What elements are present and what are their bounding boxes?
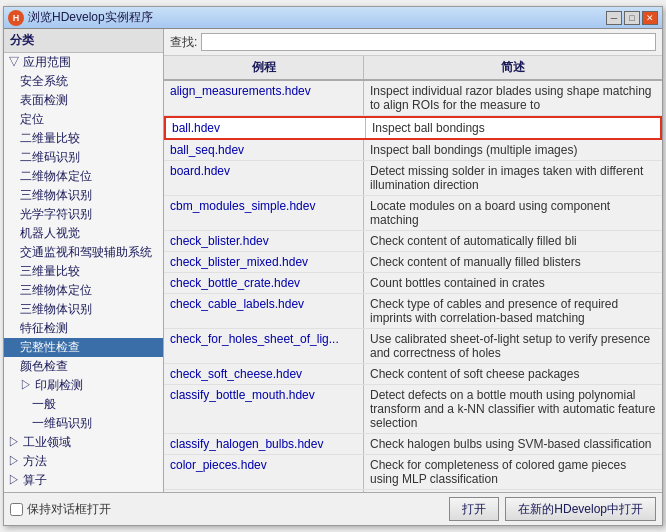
cell-program: cbm_modules_simple.hdev (164, 196, 364, 230)
cell-description: Detect defects on a bottle mouth using p… (364, 385, 662, 433)
table-body[interactable]: align_measurements.hdevInspect individua… (164, 81, 662, 492)
cell-program: align_measurements.hdev (164, 81, 364, 115)
table-row[interactable]: cbm_modules_simple.hdevLocate modules on… (164, 196, 662, 231)
tree-container[interactable]: ▽ 应用范围安全系统表面检测定位二维量比较二维码识别二维物体定位三维物体识别光学… (4, 53, 163, 492)
cell-description: Check content of soft cheese packages (364, 364, 662, 384)
cell-description: Count bottles contained in crates (364, 273, 662, 293)
tree-item[interactable]: 三维物体定位 (4, 281, 163, 300)
table-container: 例程 简述 align_measurements.hdevInspect ind… (164, 56, 662, 492)
cell-description: Use calibrated sheet-of-light setup to v… (364, 329, 662, 363)
cell-description: Check type of cables and presence of req… (364, 294, 662, 328)
cell-description: Check content of automatically filled bl… (364, 231, 662, 251)
table-row[interactable]: check_bottle_crate.hdevCount bottles con… (164, 273, 662, 294)
title-bar-left: H 浏览HDevelop实例程序 (8, 9, 153, 26)
tree-item[interactable]: 完整性检查 (4, 338, 163, 357)
tree-item[interactable]: 交通监视和驾驶辅助系统 (4, 243, 163, 262)
checkbox-area: 保持对话框打开 (10, 501, 111, 518)
table-row[interactable]: check_soft_cheese.hdevCheck content of s… (164, 364, 662, 385)
tree-item[interactable]: 二维物体定位 (4, 167, 163, 186)
table-row[interactable]: align_measurements.hdevInspect individua… (164, 81, 662, 116)
tree-item[interactable]: 一维码识别 (4, 414, 163, 433)
table-header: 例程 简述 (164, 56, 662, 81)
cell-program: classify_halogen_bulbs.hdev (164, 434, 364, 454)
cell-program: classify_bottle_mouth.hdev (164, 385, 364, 433)
tree-item[interactable]: 三维物体识别 (4, 186, 163, 205)
cell-description: Inspect individual razor blades using sh… (364, 81, 662, 115)
button-area: 打开 在新的HDevelop中打开 (449, 497, 656, 521)
cell-description: Check for completeness of colored game p… (364, 455, 662, 489)
open-button[interactable]: 打开 (449, 497, 499, 521)
cell-program: check_soft_cheese.hdev (164, 364, 364, 384)
tree-item[interactable]: 二维码识别 (4, 148, 163, 167)
tree-item[interactable]: 三维量比较 (4, 262, 163, 281)
header-program: 例程 (164, 56, 364, 79)
cell-description: Check content of manually filled blister… (364, 252, 662, 272)
table-row[interactable]: classify_bottle_mouth.hdevDetect defects… (164, 385, 662, 434)
cell-description: Inspect ball bondings (366, 118, 660, 138)
tree-item[interactable]: ▷ 算子 (4, 471, 163, 490)
tree-item[interactable]: ▷ 印刷检测 (4, 376, 163, 395)
table-row[interactable]: classify_halogen_bulbs.hdevCheck halogen… (164, 434, 662, 455)
title-bar-controls: ─ □ ✕ (606, 11, 658, 25)
cell-program: check_bottle_crate.hdev (164, 273, 364, 293)
left-panel: 分类 ▽ 应用范围安全系统表面检测定位二维量比较二维码识别二维物体定位三维物体识… (4, 29, 164, 492)
table-row[interactable]: board.hdevDetect missing solder in image… (164, 161, 662, 196)
minimize-button[interactable]: ─ (606, 11, 622, 25)
close-button[interactable]: ✕ (642, 11, 658, 25)
cell-program: check_blister.hdev (164, 231, 364, 251)
table-row[interactable]: check_blister.hdevCheck content of autom… (164, 231, 662, 252)
cell-program: check_blister_mixed.hdev (164, 252, 364, 272)
search-label: 查找: (170, 34, 197, 51)
cell-program: ball_seq.hdev (164, 140, 364, 160)
open-new-button[interactable]: 在新的HDevelop中打开 (505, 497, 656, 521)
cell-program: color_pieces.hdev (164, 455, 364, 489)
main-window: H 浏览HDevelop实例程序 ─ □ ✕ 分类 ▽ 应用范围安全系统表面检测… (3, 6, 663, 526)
search-input[interactable] (201, 33, 656, 51)
tree-item[interactable]: 机器人视觉 (4, 224, 163, 243)
tree-item[interactable]: 三维物体识别 (4, 300, 163, 319)
tree-item[interactable]: 特征检测 (4, 319, 163, 338)
table-row[interactable]: ball.hdevInspect ball bondings (164, 116, 662, 140)
table-row[interactable]: check_cable_labels.hdevCheck type of cab… (164, 294, 662, 329)
content-area: 分类 ▽ 应用范围安全系统表面检测定位二维量比较二维码识别二维物体定位三维物体识… (4, 29, 662, 492)
header-description: 简述 (364, 56, 662, 79)
title-bar: H 浏览HDevelop实例程序 ─ □ ✕ (4, 7, 662, 29)
table-row[interactable]: check_blister_mixed.hdevCheck content of… (164, 252, 662, 273)
cell-program: check_for_holes_sheet_of_lig... (164, 329, 364, 363)
cell-description: Locate modules on a board using componen… (364, 196, 662, 230)
cell-description: Check halogen bulbs using SVM-based clas… (364, 434, 662, 454)
cell-description: Inspect ball bondings (multiple images) (364, 140, 662, 160)
tree-item[interactable]: ▷ 工业领域 (4, 433, 163, 452)
tree-item[interactable]: 二维量比较 (4, 129, 163, 148)
left-panel-header: 分类 (4, 29, 163, 53)
tree-item[interactable]: 光学字符识别 (4, 205, 163, 224)
cell-program: check_cable_labels.hdev (164, 294, 364, 328)
maximize-button[interactable]: □ (624, 11, 640, 25)
search-bar: 查找: (164, 29, 662, 56)
window-title: 浏览HDevelop实例程序 (28, 9, 153, 26)
tree-item[interactable]: ▷ 方法 (4, 452, 163, 471)
tree-item[interactable]: 表面检测 (4, 91, 163, 110)
tree-item[interactable]: 安全系统 (4, 72, 163, 91)
tree-item[interactable]: 定位 (4, 110, 163, 129)
table-row[interactable]: color_pieces.hdevCheck for completeness … (164, 455, 662, 490)
table-row[interactable]: check_for_holes_sheet_of_lig...Use calib… (164, 329, 662, 364)
tree-item[interactable]: ▽ 应用范围 (4, 53, 163, 72)
app-icon: H (8, 10, 24, 26)
table-row[interactable]: ball_seq.hdevInspect ball bondings (mult… (164, 140, 662, 161)
tree-item[interactable]: 一般 (4, 395, 163, 414)
keep-open-label: 保持对话框打开 (27, 501, 111, 518)
keep-open-checkbox[interactable] (10, 503, 23, 516)
tree-item[interactable]: 颜色检查 (4, 357, 163, 376)
bottom-bar: 保持对话框打开 打开 在新的HDevelop中打开 (4, 492, 662, 525)
cell-program: ball.hdev (166, 118, 366, 138)
cell-program: board.hdev (164, 161, 364, 195)
cell-description: Detect missing solder in images taken wi… (364, 161, 662, 195)
right-panel: 查找: 例程 简述 align_measurements.hdevInspect… (164, 29, 662, 492)
